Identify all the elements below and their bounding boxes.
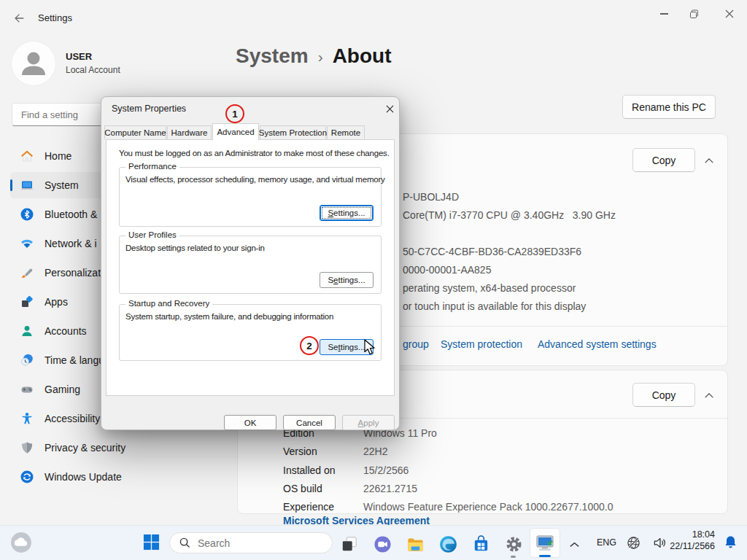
copy-windows-specs-button[interactable]: Copy [632,383,695,407]
advanced-system-settings-link[interactable]: Advanced system settings [538,338,657,350]
chevron-up-icon [704,392,714,399]
system-type-value: perating system, x64-based processor [403,282,576,294]
chevron-up-icon [569,541,580,548]
collapse-windows-specs-button[interactable] [699,387,719,403]
edge-button[interactable] [438,534,457,553]
update-refresh-icon [20,470,34,484]
sidebar-item-label: Windows Update [44,471,122,483]
network-tray-button[interactable] [626,535,641,553]
sidebar-item-label: Bluetooth & [44,209,97,220]
dialog-title: System Properties [112,104,186,114]
ok-button[interactable]: OK [224,415,276,430]
mouse-cursor [364,339,377,359]
desktop: Settings USER Local Account System › Abo… [0,0,747,560]
sidebar-item-label: Privacy & security [44,442,125,454]
spec-value: 15/2/2566 [363,464,409,476]
chevron-up-icon [704,158,714,164]
notification-bell-icon [724,534,738,551]
group-description: Desktop settings related to your sign-in [125,244,265,252]
tab-system-protection[interactable]: System Protection [260,125,326,139]
system-properties-icon [535,533,555,553]
minimize-button[interactable] [648,0,680,28]
paintbrush-icon [20,265,34,280]
close-window-button[interactable] [713,0,746,28]
performance-settings-button[interactable]: Settings... [320,205,374,221]
restore-icon [689,9,699,19]
close-icon [386,105,394,113]
product-id-value: 0000-00001-AA825 [403,264,491,276]
tab-remote[interactable]: Remote [327,125,365,139]
file-explorer-icon [406,535,425,553]
system-properties-taskbar-button[interactable] [530,528,560,558]
breadcrumb-chevron-icon: › [318,47,323,66]
minimize-icon [660,13,668,14]
file-explorer-button[interactable] [406,534,425,553]
sidebar-item-windows-update[interactable]: Windows Update [10,464,226,490]
group-description: System startup, system failure, and debu… [125,312,333,321]
start-button[interactable] [143,534,160,553]
sidebar-item-label: Accessibility [44,413,100,424]
back-icon [12,12,26,25]
sidebar-item-privacy[interactable]: Privacy & security [10,435,226,461]
maximize-restore-button[interactable] [678,0,710,28]
user-name: USER [66,51,92,62]
dialog-close-button[interactable] [381,101,398,117]
collapse-device-specs-button[interactable] [699,152,719,168]
sidebar-item-label: Network & i [44,238,97,249]
search-icon [179,537,190,548]
spec-label: Experience [283,501,334,513]
windows-start-icon [143,534,160,551]
time-text: 18:04 [657,529,715,541]
apps-icon [20,295,34,309]
settings-taskbar-button[interactable] [504,534,523,553]
spec-value: 22621.2715 [363,483,417,494]
apply-button[interactable]: Apply [342,415,395,430]
widgets-button[interactable] [10,532,32,556]
breadcrumb-root[interactable]: System [236,44,309,68]
spec-value: 22H2 [363,446,387,457]
system-protection-link[interactable]: System protection [441,338,522,350]
spec-label: Installed on [283,464,336,476]
gear-icon [505,535,523,553]
store-button[interactable] [471,534,490,553]
group-title: Performance [125,162,179,171]
widgets-cloud-icon [10,532,32,553]
pen-touch-value: or touch input is available for this dis… [403,300,586,312]
sidebar-item-label: System [44,179,79,191]
tab-advanced[interactable]: Advanced [212,123,259,140]
sidebar-item-label: Time & langu [44,354,104,366]
taskbar-search-input[interactable] [198,537,314,549]
rename-pc-button[interactable]: Rename this PC [622,95,716,119]
avatar [12,42,55,85]
microsoft-store-icon [472,535,490,553]
account-type: Local Account [66,65,120,75]
chat-button[interactable] [373,534,392,553]
shield-icon [20,440,34,455]
edge-icon [439,535,457,553]
tray-expand-button[interactable] [569,538,580,551]
sidebar-item-label: Personalizati [44,267,103,279]
clock[interactable]: 18:04 22/11/2566 [657,529,715,552]
sidebar-item-label: Gaming [44,384,80,395]
notification-button[interactable] [724,534,738,553]
close-icon [725,9,734,18]
tab-computer-name[interactable]: Computer Name [104,125,166,139]
task-view-button[interactable] [340,534,359,553]
system-icon [20,178,34,192]
language-indicator[interactable]: ENG [597,537,616,548]
wifi-icon [20,236,34,251]
date-text: 22/11/2566 [657,541,715,553]
spec-label: Version [283,446,317,457]
gamepad-icon [20,382,34,397]
cancel-button[interactable]: Cancel [283,415,336,430]
tab-hardware[interactable]: Hardware [167,125,212,139]
back-button[interactable] [10,9,28,27]
group-description: Visual effects, processor scheduling, me… [125,175,385,184]
taskbar-search[interactable] [169,532,333,553]
domain-workgroup-link[interactable]: group [403,338,429,350]
system-properties-dialog: System Properties Computer Name Hardware… [101,96,400,430]
sidebar-item-label: Accounts [44,325,87,337]
user-profiles-group: User Profiles Desktop settings related t… [119,236,382,294]
copy-device-specs-button[interactable]: Copy [632,148,695,172]
user-profiles-settings-button[interactable]: Settings... [320,272,374,288]
